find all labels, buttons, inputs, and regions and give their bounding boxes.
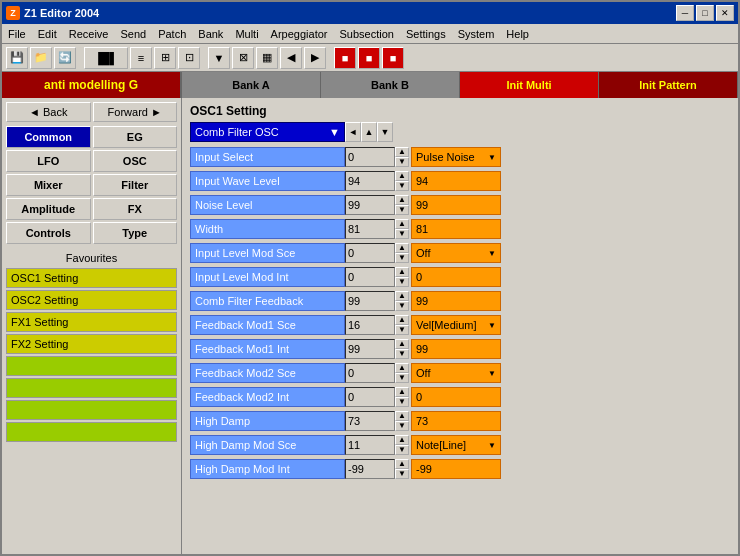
toolbar-btn-2[interactable]: 📁 [30, 47, 52, 69]
param-value-noise-level[interactable]: 99 [345, 195, 395, 215]
bank-tab-init-pattern[interactable]: Init Pattern [599, 72, 738, 98]
spin-down-input-select[interactable]: ▼ [395, 157, 409, 167]
fav-item-fx2[interactable]: FX2 Setting [6, 334, 177, 354]
menu-edit[interactable]: Edit [32, 26, 63, 42]
section-fx[interactable]: FX [93, 198, 178, 220]
fav-item-5[interactable] [6, 356, 177, 376]
bank-tab-b[interactable]: Bank B [321, 72, 460, 98]
section-osc[interactable]: OSC [93, 150, 178, 172]
bank-tab-a[interactable]: Bank A [182, 72, 321, 98]
param-display-feedback-mod2-sce[interactable]: Off ▼ [411, 363, 501, 383]
section-common[interactable]: Common [6, 126, 91, 148]
param-value-comb-filter-feedback[interactable]: 99 [345, 291, 395, 311]
spin-up-feedback-mod1-int[interactable]: ▲ [395, 339, 409, 349]
spin-up-comb-filter-feedback[interactable]: ▲ [395, 291, 409, 301]
maximize-button[interactable]: □ [696, 5, 714, 21]
spin-down-width[interactable]: ▼ [395, 229, 409, 239]
spin-down-input-level-mod-sce[interactable]: ▼ [395, 253, 409, 263]
toolbar-btn-10[interactable]: ▦ [256, 47, 278, 69]
param-value-input-wave-level[interactable]: 94 [345, 171, 395, 191]
dropdown-nav-prev[interactable]: ◄ [345, 122, 361, 142]
spin-up-input-level-mod-sce[interactable]: ▲ [395, 243, 409, 253]
param-display-input-select[interactable]: Pulse Noise ▼ [411, 147, 501, 167]
fav-item-7[interactable] [6, 400, 177, 420]
spin-up-input-level-mod-int[interactable]: ▲ [395, 267, 409, 277]
spin-down-feedback-mod1-int[interactable]: ▼ [395, 349, 409, 359]
section-controls[interactable]: Controls [6, 222, 91, 244]
section-type[interactable]: Type [93, 222, 178, 244]
back-button[interactable]: ◄ Back [6, 102, 91, 122]
spin-down-comb-filter-feedback[interactable]: ▼ [395, 301, 409, 311]
menu-receive[interactable]: Receive [63, 26, 115, 42]
spin-down-high-damp-mod-int[interactable]: ▼ [395, 469, 409, 479]
spin-down-input-wave-level[interactable]: ▼ [395, 181, 409, 191]
spin-up-high-damp-mod-int[interactable]: ▲ [395, 459, 409, 469]
section-eg[interactable]: EG [93, 126, 178, 148]
param-value-input-select[interactable]: 0 [345, 147, 395, 167]
osc-type-dropdown[interactable]: Comb Filter OSC ▼ [190, 122, 345, 142]
param-value-feedback-mod2-sce[interactable]: 0 [345, 363, 395, 383]
toolbar-btn-4[interactable]: ▐█▌ [84, 47, 128, 69]
spin-up-high-damp[interactable]: ▲ [395, 411, 409, 421]
toolbar-btn-12[interactable]: ▶ [304, 47, 326, 69]
section-amplitude[interactable]: Amplitude [6, 198, 91, 220]
spin-down-high-damp[interactable]: ▼ [395, 421, 409, 431]
menu-help[interactable]: Help [500, 26, 535, 42]
spin-down-high-damp-mod-sce[interactable]: ▼ [395, 445, 409, 455]
param-value-feedback-mod1-int[interactable]: 99 [345, 339, 395, 359]
forward-button[interactable]: Forward ► [93, 102, 178, 122]
dropdown-nav-down[interactable]: ▼ [377, 122, 393, 142]
param-display-input-level-mod-sce[interactable]: Off ▼ [411, 243, 501, 263]
param-value-input-level-mod-sce[interactable]: 0 [345, 243, 395, 263]
fav-item-6[interactable] [6, 378, 177, 398]
toolbar-btn-5[interactable]: ≡ [130, 47, 152, 69]
toolbar-btn-15[interactable]: ■ [382, 47, 404, 69]
spin-up-high-damp-mod-sce[interactable]: ▲ [395, 435, 409, 445]
section-mixer[interactable]: Mixer [6, 174, 91, 196]
param-display-high-damp-mod-sce[interactable]: Note[Line] ▼ [411, 435, 501, 455]
fav-item-osc1[interactable]: OSC1 Setting [6, 268, 177, 288]
param-value-input-level-mod-int[interactable]: 0 [345, 267, 395, 287]
toolbar-btn-7[interactable]: ⊡ [178, 47, 200, 69]
spin-down-noise-level[interactable]: ▼ [395, 205, 409, 215]
toolbar-btn-11[interactable]: ◀ [280, 47, 302, 69]
menu-send[interactable]: Send [114, 26, 152, 42]
spin-down-feedback-mod2-int[interactable]: ▼ [395, 397, 409, 407]
param-value-high-damp-mod-sce[interactable]: 11 [345, 435, 395, 455]
menu-bank[interactable]: Bank [192, 26, 229, 42]
toolbar-btn-8[interactable]: ▼ [208, 47, 230, 69]
spin-down-input-level-mod-int[interactable]: ▼ [395, 277, 409, 287]
bank-tab-init-multi[interactable]: Init Multi [460, 72, 599, 98]
menu-settings[interactable]: Settings [400, 26, 452, 42]
fav-item-osc2[interactable]: OSC2 Setting [6, 290, 177, 310]
fav-item-8[interactable] [6, 422, 177, 442]
toolbar-btn-1[interactable]: 💾 [6, 47, 28, 69]
dropdown-nav-up[interactable]: ▲ [361, 122, 377, 142]
param-value-feedback-mod2-int[interactable]: 0 [345, 387, 395, 407]
spin-down-feedback-mod2-sce[interactable]: ▼ [395, 373, 409, 383]
menu-subsection[interactable]: Subsection [333, 26, 399, 42]
param-value-width[interactable]: 81 [345, 219, 395, 239]
minimize-button[interactable]: ─ [676, 5, 694, 21]
spin-up-feedback-mod1-sce[interactable]: ▲ [395, 315, 409, 325]
toolbar-btn-3[interactable]: 🔄 [54, 47, 76, 69]
spin-down-feedback-mod1-sce[interactable]: ▼ [395, 325, 409, 335]
fav-item-fx1[interactable]: FX1 Setting [6, 312, 177, 332]
toolbar-btn-9[interactable]: ⊠ [232, 47, 254, 69]
menu-system[interactable]: System [452, 26, 501, 42]
spin-up-width[interactable]: ▲ [395, 219, 409, 229]
menu-file[interactable]: File [2, 26, 32, 42]
param-value-high-damp[interactable]: 73 [345, 411, 395, 431]
menu-arpeggiator[interactable]: Arpeggiator [265, 26, 334, 42]
spin-up-input-wave-level[interactable]: ▲ [395, 171, 409, 181]
close-button[interactable]: ✕ [716, 5, 734, 21]
menu-patch[interactable]: Patch [152, 26, 192, 42]
param-value-feedback-mod1-sce[interactable]: 16 [345, 315, 395, 335]
toolbar-btn-6[interactable]: ⊞ [154, 47, 176, 69]
menu-multi[interactable]: Multi [229, 26, 264, 42]
spin-up-noise-level[interactable]: ▲ [395, 195, 409, 205]
spin-up-feedback-mod2-int[interactable]: ▲ [395, 387, 409, 397]
spin-up-input-select[interactable]: ▲ [395, 147, 409, 157]
param-display-feedback-mod1-sce[interactable]: Vel[Medium] ▼ [411, 315, 501, 335]
toolbar-btn-13[interactable]: ■ [334, 47, 356, 69]
